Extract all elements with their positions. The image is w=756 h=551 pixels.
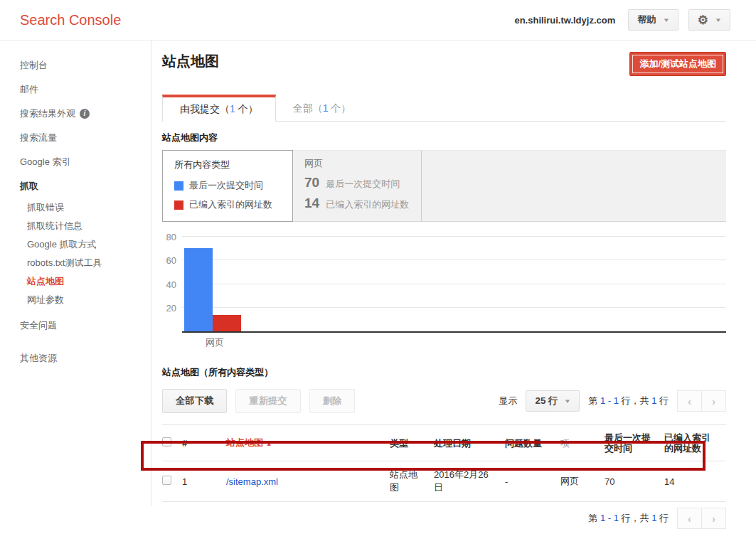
pager-buttons: ‹ › — [677, 390, 726, 412]
gridline — [182, 236, 726, 237]
legend-title: 所有内容类型 — [174, 159, 281, 171]
sidebar-item-sitemaps[interactable]: 站点地图 — [0, 272, 151, 291]
help-button-label: 帮助 — [637, 14, 656, 26]
tab-bar: 由我提交（1 个） 全部（1 个） — [162, 94, 726, 122]
prev-page-button[interactable]: ‹ — [677, 508, 702, 529]
chart-y-axis: 80 60 40 20 — [162, 236, 182, 333]
table-header-row: # 站点地图 ▲ 类型 处理日期 问题数量 项 最后一次提交时间 已编入索引的网… — [162, 425, 726, 461]
page: Search Console en.shilirui.tw.ldyjz.com … — [0, 0, 756, 551]
col-indexed[interactable]: 已编入索引的网址数 — [664, 425, 726, 461]
chart-x-axis: 网页 — [182, 333, 726, 349]
tab-label: 由我提交（ — [180, 103, 230, 114]
col-items[interactable]: 项 — [560, 425, 605, 461]
col-sitemap[interactable]: 站点地图 ▲ — [226, 425, 390, 461]
sidebar-item-crawl[interactable]: 抓取 — [0, 174, 151, 198]
next-page-button[interactable]: › — [701, 508, 726, 529]
tab-label: 全部（ — [293, 102, 323, 114]
sidebar-item-messages[interactable]: 邮件 — [0, 77, 151, 102]
stat-label: 已编入索引的网址数 — [326, 198, 409, 211]
sidebar: 控制台 邮件 搜索结果外观i 搜索流量 Google 索引 抓取 抓取错误 抓取… — [0, 41, 151, 506]
gear-icon: ⚙ — [698, 14, 708, 26]
sidebar-item-url-parameters[interactable]: 网址参数 — [0, 291, 151, 309]
chart-legend-box: 所有内容类型 最后一次提交时间 已编入索引的网址数 — [162, 150, 293, 222]
bar-submitted[interactable] — [184, 248, 213, 331]
pg-part: 行 — [656, 395, 669, 406]
pg-part: 第 — [588, 513, 600, 523]
sidebar-item-crawl-stats[interactable]: 抓取统计信息 — [0, 217, 151, 235]
action-buttons: 全部下载 重新提交 删除 — [162, 389, 355, 413]
select-all-checkbox[interactable] — [162, 437, 171, 446]
sidebar-item-search-appearance[interactable]: 搜索结果外观i — [0, 102, 151, 126]
cell-date: 2016年2月26日 — [434, 461, 505, 502]
stat-indexed: 14 已编入索引的网址数 — [304, 196, 421, 211]
sidebar-item-google-index[interactable]: Google 索引 — [0, 150, 151, 174]
help-button[interactable]: 帮助 ▼ — [628, 9, 678, 31]
tab-all[interactable]: 全部（1 个） — [276, 94, 368, 121]
chevron-down-icon: ▼ — [663, 17, 670, 23]
sidebar-item-other-resources[interactable]: 其他资源 — [0, 346, 151, 370]
main-content: 站点地图 添加/测试站点地图 由我提交（1 个） 全部（1 个） 站点地图内容 … — [151, 41, 756, 529]
download-all-button[interactable]: 全部下载 — [162, 389, 227, 413]
sidebar-item-security-issues[interactable]: 安全问题 — [0, 314, 151, 338]
prev-page-button[interactable]: ‹ — [677, 390, 702, 412]
legend-item-submitted: 最后一次提交时间 — [174, 179, 281, 192]
sidebar-item-dashboard[interactable]: 控制台 — [0, 53, 151, 77]
page-size-dropdown[interactable]: 25 行 ▼ — [526, 390, 580, 412]
content-type-card-web[interactable]: 网页 70 最后一次提交时间 14 已编入索引的网址数 — [293, 151, 422, 221]
legend-label: 最后一次提交时间 — [189, 179, 263, 192]
resubmit-button[interactable]: 重新提交 — [235, 389, 300, 413]
pg-part: 第 — [588, 395, 600, 406]
col-date[interactable]: 处理日期 — [434, 425, 505, 461]
col-issues[interactable]: 问题数量 — [505, 425, 560, 461]
pagination-controls-bottom: 第 1 - 1 行，共 1 行 ‹ › — [162, 508, 726, 529]
pagination-controls-top: 显示 25 行 ▼ 第 1 - 1 行，共 1 行 ‹ › — [499, 390, 726, 412]
row-checkbox[interactable] — [162, 476, 171, 485]
gridline — [182, 307, 726, 308]
sort-asc-icon: ▲ — [266, 440, 272, 447]
delete-button[interactable]: 删除 — [309, 389, 356, 413]
content-type-label: 网页 — [304, 157, 421, 170]
col-last-submitted[interactable]: 最后一次提交时间 — [605, 425, 664, 461]
tab-count: 1 — [230, 103, 235, 114]
col-type[interactable]: 类型 — [390, 425, 434, 461]
chevron-down-icon: ▼ — [715, 17, 722, 23]
sidebar-item-search-traffic[interactable]: 搜索流量 — [0, 126, 151, 150]
summary-strip: 所有内容类型 最后一次提交时间 已编入索引的网址数 网页 70 最后一次提交时间 — [162, 150, 726, 222]
sidebar-item-fetch-as-google[interactable]: Google 抓取方式 — [0, 235, 151, 254]
settings-button[interactable]: ⚙ ▼ — [688, 9, 730, 31]
col-sitemap-label: 站点地图 — [226, 437, 263, 448]
sidebar-item-crawl-errors[interactable]: 抓取错误 — [0, 198, 151, 217]
pg-part: 行，共 — [619, 513, 651, 523]
page-title: 站点地图 — [162, 52, 219, 71]
sidebar-item-robots-tester[interactable]: robots.txt测试工具 — [0, 254, 151, 272]
table-controls: 全部下载 重新提交 删除 显示 25 行 ▼ 第 1 - 1 行，共 1 行 ‹… — [162, 389, 726, 413]
info-icon[interactable]: i — [80, 109, 90, 119]
pg-part: 行 — [656, 513, 669, 523]
cell-issues: - — [505, 461, 560, 502]
app-logo[interactable]: Search Console — [20, 12, 121, 28]
sidebar-item-label: 搜索结果外观 — [20, 108, 75, 119]
display-label: 显示 — [499, 395, 517, 407]
y-tick: 20 — [166, 303, 176, 314]
tab-by-me[interactable]: 由我提交（1 个） — [162, 95, 276, 122]
stat-label: 最后一次提交时间 — [326, 178, 400, 191]
sitemap-link[interactable]: /sitemap.xml — [226, 476, 278, 487]
sitemaps-table: # 站点地图 ▲ 类型 处理日期 问题数量 项 最后一次提交时间 已编入索引的网… — [162, 424, 726, 502]
legend-swatch-blue — [174, 181, 183, 191]
bar-indexed[interactable] — [213, 315, 241, 331]
col-num[interactable]: # — [182, 425, 226, 461]
pg-range: 1 - 1 — [600, 395, 619, 406]
add-test-sitemap-button[interactable]: 添加/测试站点地图 — [629, 52, 726, 76]
table-heading: 站点地图（所有内容类型） — [162, 366, 726, 379]
cell-type: 站点地图 — [390, 461, 434, 502]
stat-submitted: 70 最后一次提交时间 — [304, 175, 421, 191]
gridline — [182, 260, 726, 260]
chevron-down-icon: ▼ — [564, 398, 571, 405]
tab-label: 个） — [328, 102, 351, 114]
y-tick: 60 — [166, 255, 176, 266]
y-tick: 40 — [166, 279, 176, 290]
content-type-panel: 网页 70 最后一次提交时间 14 已编入索引的网址数 — [293, 150, 726, 222]
chart-plot-area — [182, 236, 726, 333]
next-page-button[interactable]: › — [701, 390, 726, 412]
legend-item-indexed: 已编入索引的网址数 — [174, 198, 281, 211]
